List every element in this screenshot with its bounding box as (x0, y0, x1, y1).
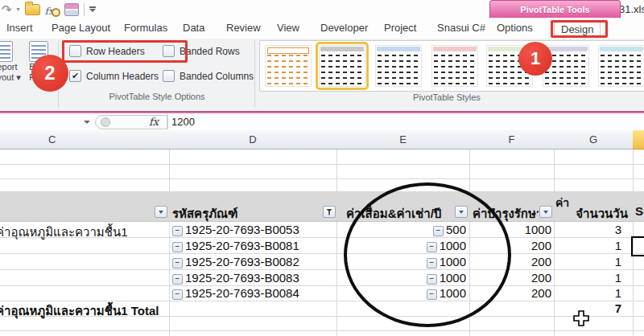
tab-snasui[interactable]: Snasui C# (437, 22, 485, 38)
table-row[interactable]: ค่าอุณหภูมิและความชื้น1 1925-20-7693-B00… (0, 221, 644, 238)
formula-bar-divider (167, 113, 167, 129)
toolbar-separator (84, 3, 85, 16)
magnifier-icon (52, 8, 60, 17)
ellipse-annotation (344, 182, 511, 327)
banded-columns-checkbox[interactable] (163, 70, 175, 82)
cell-d[interactable]: 1925-20-7693-B0081 (172, 239, 299, 252)
excel-window: ↷ ▾ fx 31.xls PivotTable Tools Insert Pa… (0, 0, 644, 336)
formula-bar: fx 1200 (0, 113, 644, 131)
column-header-c[interactable]: C (0, 130, 170, 150)
banded-rows-label: Banded Rows (180, 46, 240, 57)
column-headers-checkbox[interactable] (69, 70, 81, 82)
table-row[interactable]: 1925-20-7693-B0084 1000 200 1 (0, 285, 644, 301)
pivottable-tools-header: PivotTable Tools (489, 0, 621, 18)
group-divider (254, 40, 255, 108)
step-2-badge: 2 (31, 55, 68, 92)
collapse-icon[interactable] (172, 242, 183, 252)
document-title: 31.xls (619, 3, 644, 15)
funnel-icon (326, 209, 332, 215)
name-box-dropdown-icon[interactable] (84, 121, 90, 124)
step-1-badge: 1 (518, 42, 552, 76)
collapse-icon[interactable] (172, 289, 183, 300)
style-thumbnail-orange[interactable] (265, 45, 312, 87)
cell-d[interactable]: 1925-20-7693-B0082 (172, 255, 299, 268)
pivottable-styles-gallery (259, 40, 644, 92)
tab-page-layout[interactable]: Page Layout (52, 22, 110, 38)
pivot-header-h: Su (635, 204, 644, 218)
cell-d[interactable]: 1925-20-7693-B0083 (172, 271, 299, 285)
redo-dropdown-icon[interactable]: ▾ (17, 6, 20, 13)
style-thumbnail-blue[interactable] (375, 45, 422, 87)
banded-columns-option[interactable]: Banded Columns (163, 70, 254, 82)
empty-row[interactable] (0, 164, 644, 179)
design-tab-highlight-rect (551, 20, 608, 38)
selected-cell-border[interactable] (631, 236, 644, 256)
insert-function-icon[interactable]: fx (45, 3, 60, 16)
collapse-icon[interactable] (172, 274, 183, 285)
empty-row[interactable] (0, 316, 644, 331)
formula-bar-cap: fx (95, 115, 168, 129)
customize-qat-icon[interactable] (89, 6, 96, 12)
tab-review[interactable]: Review (226, 22, 261, 38)
style-thumbnail-pink[interactable] (431, 45, 478, 87)
column-header-e[interactable]: E (336, 130, 470, 150)
style-options-group-label: PivotTable Style Options (64, 92, 250, 101)
table-row[interactable]: 1925-20-7693-B0083 1000 200 1 (0, 269, 644, 286)
cell-g[interactable]: 1 (554, 239, 621, 252)
table-row[interactable]: 1925-20-7693-B0081 1000 200 1 (0, 237, 644, 254)
column-headers-option[interactable]: Column Headers (69, 70, 159, 82)
column-header-d[interactable]: D (169, 130, 337, 150)
tab-formulas[interactable]: Formulas (124, 22, 167, 38)
tab-insert[interactable]: Insert (6, 22, 33, 38)
collapse-icon[interactable] (172, 258, 183, 268)
banded-columns-label: Banded Columns (180, 71, 254, 82)
fx-button[interactable]: fx (149, 116, 159, 128)
tab-options[interactable]: Options (497, 22, 533, 38)
quick-access-toolbar: ↷ ▾ fx (2, 1, 96, 18)
cell-g[interactable]: 3 (554, 223, 621, 236)
filter-applied-d[interactable] (323, 206, 336, 218)
tab-view[interactable]: View (277, 22, 299, 38)
empty-row[interactable] (0, 178, 644, 192)
redo-icon[interactable]: ↷ (2, 2, 12, 18)
ribbon-tab-strip: Insert Page Layout Formulas Data Review … (0, 18, 644, 39)
empty-row[interactable] (0, 150, 644, 165)
report-layout-icon[interactable] (0, 41, 13, 62)
style-thumbnail-cyan[interactable] (598, 45, 644, 87)
filter-dropdown-c[interactable] (155, 206, 167, 218)
gallery-icon[interactable] (64, 3, 79, 16)
excel-plus-cursor (572, 309, 591, 328)
collapse-icon[interactable] (172, 226, 183, 236)
row-headers-highlight-rect (62, 40, 188, 63)
worksheet-grid[interactable]: ค่า รหัสครุภัณฑ์ ค่าเสื่อม&ค่าเช่า/ปี ค่… (0, 150, 644, 336)
open-folder-icon[interactable] (25, 4, 40, 15)
column-header-g[interactable]: G (554, 130, 634, 150)
formula-bar-dot (101, 117, 110, 127)
filter-dropdown-f[interactable] (539, 206, 552, 218)
styles-group-label: PivotTable Styles (338, 92, 555, 102)
pivot-header-row[interactable]: ค่า รหัสครุภัณฑ์ ค่าเสื่อม&ค่าเช่า/ปี ค่… (0, 191, 644, 222)
cell-g[interactable]: 1 (554, 255, 621, 268)
total-row[interactable]: ค่าอุณหภูมิและความชื้น1 Total 7 (0, 301, 644, 317)
formula-input[interactable]: 1200 (171, 116, 195, 128)
column-header-h-selected[interactable] (633, 130, 644, 150)
empty-row[interactable] (0, 330, 644, 336)
tab-data[interactable]: Data (183, 22, 204, 38)
cell-d[interactable]: 1925-20-7693-B0084 (172, 286, 299, 300)
tab-project[interactable]: Project (384, 22, 416, 38)
table-row[interactable]: 1925-20-7693-B0082 1000 200 1 (0, 253, 644, 270)
column-headers-label: Column Headers (86, 71, 159, 82)
column-header-f[interactable]: F (469, 130, 555, 150)
cell-d[interactable]: 1925-20-7693-B0053 (172, 223, 299, 236)
cell-g[interactable]: 1 (554, 286, 621, 300)
style-thumbnail-selected[interactable] (319, 45, 365, 87)
cell-g[interactable]: 1 (554, 271, 621, 285)
tab-developer[interactable]: Developer (320, 22, 368, 38)
